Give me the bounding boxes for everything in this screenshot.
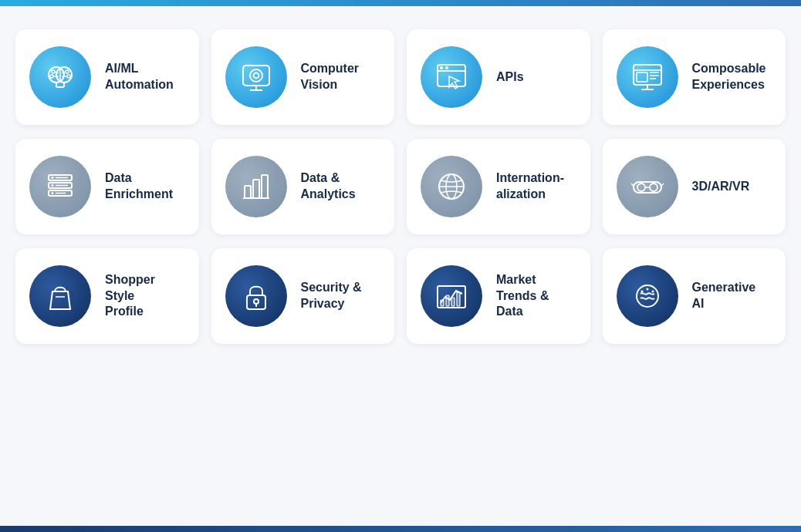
globe-icon bbox=[434, 169, 469, 204]
composable-label: Composable Experiences bbox=[692, 61, 766, 93]
internationalization-label: Internation- alization bbox=[496, 170, 564, 203]
shopper-style-label: Shopper Style Profile bbox=[105, 272, 155, 320]
trend-chart-icon bbox=[434, 278, 469, 314]
svg-rect-14 bbox=[243, 66, 269, 86]
svg-rect-60 bbox=[446, 295, 449, 306]
card-aiml[interactable]: AI/ML Automation bbox=[15, 29, 199, 125]
shopping-bag-icon bbox=[42, 278, 78, 314]
card-security-privacy[interactable]: Security & Privacy bbox=[211, 248, 395, 344]
card-composable[interactable]: Composable Experiences bbox=[603, 29, 786, 125]
svg-rect-26 bbox=[637, 72, 647, 82]
svg-point-16 bbox=[253, 73, 259, 79]
svg-rect-41 bbox=[245, 186, 251, 198]
ai-face-icon bbox=[630, 278, 665, 314]
svg-rect-43 bbox=[262, 175, 268, 198]
card-data-analytics[interactable]: Data & Analytics bbox=[211, 139, 395, 234]
security-privacy-icon-circle bbox=[225, 265, 287, 327]
svg-point-3 bbox=[52, 70, 55, 73]
svg-point-5 bbox=[50, 75, 53, 78]
bar-chart-icon bbox=[238, 169, 274, 204]
svg-rect-62 bbox=[457, 292, 460, 306]
data-analytics-icon-circle bbox=[225, 156, 287, 217]
browser-cursor-icon bbox=[434, 59, 469, 95]
svg-point-66 bbox=[640, 291, 643, 293]
vr-glasses-icon bbox=[630, 169, 665, 204]
svg-point-35 bbox=[52, 177, 54, 179]
apis-icon-circle bbox=[421, 46, 482, 108]
card-internationalization[interactable]: Internation- alization bbox=[407, 139, 590, 234]
card-market-trends[interactable]: Market Trends & Data bbox=[407, 248, 590, 344]
data-enrichment-icon-circle bbox=[29, 156, 91, 217]
row-1: AI/ML Automation Computer Vision bbox=[15, 29, 786, 125]
data-enrichment-label: Data Enrichment bbox=[105, 170, 173, 203]
row-2: Data Enrichment Data & Analytics bbox=[15, 139, 786, 234]
svg-point-49 bbox=[637, 184, 645, 191]
market-trends-icon-circle bbox=[421, 265, 482, 327]
data-analytics-label: Data & Analytics bbox=[301, 170, 356, 203]
svg-line-52 bbox=[631, 184, 634, 186]
svg-point-36 bbox=[52, 184, 54, 187]
main-content: AI/ML Automation Computer Vision bbox=[0, 6, 801, 367]
computer-vision-icon-circle bbox=[225, 46, 287, 108]
svg-point-21 bbox=[440, 66, 443, 69]
composable-icon-circle bbox=[617, 46, 678, 108]
card-apis[interactable]: APIs bbox=[407, 29, 590, 125]
lock-icon bbox=[238, 278, 274, 314]
card-shopper-style[interactable]: Shopper Style Profile bbox=[15, 248, 199, 344]
svg-point-65 bbox=[651, 291, 654, 293]
svg-point-50 bbox=[650, 184, 657, 191]
svg-rect-42 bbox=[253, 180, 259, 198]
monitor-icon bbox=[630, 59, 665, 95]
svg-point-4 bbox=[66, 70, 69, 73]
card-3d-ar-vr[interactable]: 3D/AR/VR bbox=[603, 139, 786, 234]
market-trends-label: Market Trends & Data bbox=[496, 272, 549, 320]
generative-ai-label: Generative AI bbox=[692, 280, 756, 312]
computer-vision-label: Computer Vision bbox=[301, 61, 360, 93]
bottom-bar bbox=[0, 526, 801, 532]
card-data-enrichment[interactable]: Data Enrichment bbox=[15, 139, 199, 234]
internationalization-icon-circle bbox=[421, 156, 482, 217]
svg-line-53 bbox=[661, 184, 664, 186]
card-computer-vision[interactable]: Computer Vision bbox=[211, 29, 395, 125]
aiml-icon-circle bbox=[29, 46, 91, 108]
security-privacy-label: Security & Privacy bbox=[301, 280, 362, 312]
svg-point-56 bbox=[254, 299, 259, 304]
svg-point-64 bbox=[646, 288, 648, 291]
aiml-label: AI/ML Automation bbox=[105, 61, 174, 93]
apis-label: APIs bbox=[496, 69, 524, 86]
top-bar bbox=[0, 0, 801, 6]
svg-point-15 bbox=[250, 69, 262, 82]
svg-rect-59 bbox=[441, 300, 444, 306]
shopper-style-icon-circle bbox=[29, 265, 91, 327]
3d-ar-vr-label: 3D/AR/VR bbox=[692, 179, 750, 195]
svg-rect-61 bbox=[451, 298, 455, 306]
svg-rect-55 bbox=[247, 295, 265, 309]
brain-icon bbox=[42, 59, 78, 95]
row-3: Shopper Style Profile Security & Privacy bbox=[15, 248, 786, 344]
card-generative-ai[interactable]: Generative AI bbox=[603, 248, 786, 344]
generative-ai-icon-circle bbox=[617, 265, 678, 327]
svg-point-22 bbox=[445, 66, 448, 69]
eye-icon bbox=[238, 59, 274, 95]
svg-point-6 bbox=[67, 75, 70, 78]
3d-ar-vr-icon-circle bbox=[617, 156, 678, 217]
server-icon bbox=[42, 169, 78, 204]
svg-point-37 bbox=[52, 192, 54, 194]
